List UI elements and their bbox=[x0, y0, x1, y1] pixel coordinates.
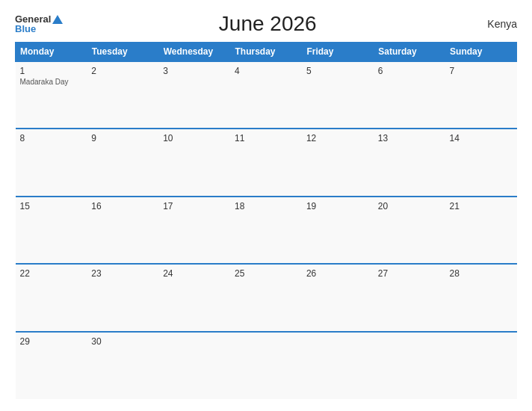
day-number: 11 bbox=[235, 133, 297, 143]
logo-triangle-icon bbox=[52, 15, 63, 24]
calendar-cell-w5-d1: 29 bbox=[16, 332, 87, 399]
day-number: 27 bbox=[378, 268, 441, 279]
calendar-cell-w1-d2: 2 bbox=[87, 61, 158, 129]
calendar-cell-w1-d6: 6 bbox=[374, 61, 445, 129]
calendar-cell-w3-d2: 16 bbox=[87, 197, 158, 264]
day-number: 24 bbox=[163, 268, 226, 279]
day-number: 21 bbox=[450, 201, 513, 211]
calendar-cell-w5-d7 bbox=[445, 332, 517, 399]
calendar-cell-w5-d2: 30 bbox=[87, 332, 158, 399]
calendar-cell-w1-d4: 4 bbox=[230, 61, 302, 129]
col-thursday: Thursday bbox=[230, 43, 302, 62]
calendar-table: Monday Tuesday Wednesday Thursday Friday… bbox=[15, 42, 517, 399]
day-number: 3 bbox=[163, 66, 226, 76]
calendar-cell-w2-d3: 10 bbox=[158, 129, 230, 196]
col-wednesday: Wednesday bbox=[158, 43, 230, 62]
day-number: 13 bbox=[378, 133, 441, 143]
calendar-title: June 2026 bbox=[63, 12, 472, 36]
day-number: 22 bbox=[20, 268, 83, 279]
calendar-cell-w3-d1: 15 bbox=[16, 197, 87, 264]
calendar-header: General Blue June 2026 Kenya bbox=[15, 12, 517, 36]
week-row-1: 1Madaraka Day234567 bbox=[16, 61, 517, 129]
calendar-cell-w1-d1: 1Madaraka Day bbox=[16, 61, 87, 129]
day-number: 28 bbox=[450, 268, 513, 279]
calendar-cell-w2-d7: 14 bbox=[445, 129, 517, 196]
calendar-cell-w3-d7: 21 bbox=[445, 197, 517, 264]
holiday-label: Madaraka Day bbox=[20, 78, 83, 86]
calendar-cell-w5-d3 bbox=[158, 332, 230, 399]
day-number: 25 bbox=[235, 268, 297, 279]
calendar-cell-w1-d3: 3 bbox=[158, 61, 230, 129]
calendar-cell-w4-d4: 25 bbox=[230, 264, 302, 331]
calendar-cell-w4-d2: 23 bbox=[87, 264, 158, 331]
day-number: 12 bbox=[306, 133, 369, 143]
col-sunday: Sunday bbox=[445, 43, 517, 62]
calendar-cell-w3-d6: 20 bbox=[374, 197, 445, 264]
calendar-cell-w4-d7: 28 bbox=[445, 264, 517, 331]
calendar-body: 1Madaraka Day234567891011121314151617181… bbox=[16, 61, 517, 399]
day-number: 18 bbox=[235, 201, 297, 211]
calendar-cell-w4-d6: 27 bbox=[374, 264, 445, 331]
calendar-cell-w3-d3: 17 bbox=[158, 197, 230, 264]
week-row-5: 2930 bbox=[16, 332, 517, 399]
calendar-cell-w3-d4: 18 bbox=[230, 197, 302, 264]
calendar-cell-w2-d1: 8 bbox=[16, 129, 87, 196]
col-friday: Friday bbox=[302, 43, 374, 62]
day-number: 20 bbox=[378, 201, 441, 211]
day-number: 7 bbox=[450, 66, 513, 76]
day-number: 9 bbox=[91, 133, 154, 143]
calendar-cell-w2-d4: 11 bbox=[230, 129, 302, 196]
day-number: 30 bbox=[91, 336, 154, 347]
day-number: 19 bbox=[306, 201, 369, 211]
calendar-cell-w4-d1: 22 bbox=[16, 264, 87, 331]
day-number: 2 bbox=[91, 66, 154, 76]
calendar-header-row: Monday Tuesday Wednesday Thursday Friday… bbox=[16, 43, 517, 62]
week-row-2: 891011121314 bbox=[16, 129, 517, 196]
country-label: Kenya bbox=[472, 18, 517, 30]
calendar-cell-w3-d5: 19 bbox=[302, 197, 374, 264]
calendar-cell-w5-d6 bbox=[374, 332, 445, 399]
day-number: 6 bbox=[378, 66, 441, 76]
logo: General Blue bbox=[15, 14, 63, 34]
logo-blue-text: Blue bbox=[15, 24, 36, 34]
day-number: 5 bbox=[306, 66, 369, 76]
day-number: 10 bbox=[163, 133, 226, 143]
calendar-cell-w4-d3: 24 bbox=[158, 264, 230, 331]
calendar-cell-w5-d5 bbox=[302, 332, 374, 399]
col-tuesday: Tuesday bbox=[87, 43, 158, 62]
day-number: 15 bbox=[20, 201, 83, 211]
day-number: 4 bbox=[235, 66, 297, 76]
day-number: 14 bbox=[450, 133, 513, 143]
calendar-cell-w4-d5: 26 bbox=[302, 264, 374, 331]
calendar-cell-w5-d4 bbox=[230, 332, 302, 399]
day-number: 29 bbox=[20, 336, 83, 347]
calendar-cell-w1-d5: 5 bbox=[302, 61, 374, 129]
calendar-cell-w2-d2: 9 bbox=[87, 129, 158, 196]
col-saturday: Saturday bbox=[374, 43, 445, 62]
day-number: 26 bbox=[306, 268, 369, 279]
calendar-cell-w2-d5: 12 bbox=[302, 129, 374, 196]
week-row-4: 22232425262728 bbox=[16, 264, 517, 331]
calendar-cell-w1-d7: 7 bbox=[445, 61, 517, 129]
day-number: 17 bbox=[163, 201, 226, 211]
day-number: 23 bbox=[91, 268, 154, 279]
day-number: 1 bbox=[20, 66, 83, 76]
day-number: 16 bbox=[91, 201, 154, 211]
calendar-cell-w2-d6: 13 bbox=[374, 129, 445, 196]
week-row-3: 15161718192021 bbox=[16, 197, 517, 264]
day-number: 8 bbox=[20, 133, 83, 143]
col-monday: Monday bbox=[16, 43, 87, 62]
